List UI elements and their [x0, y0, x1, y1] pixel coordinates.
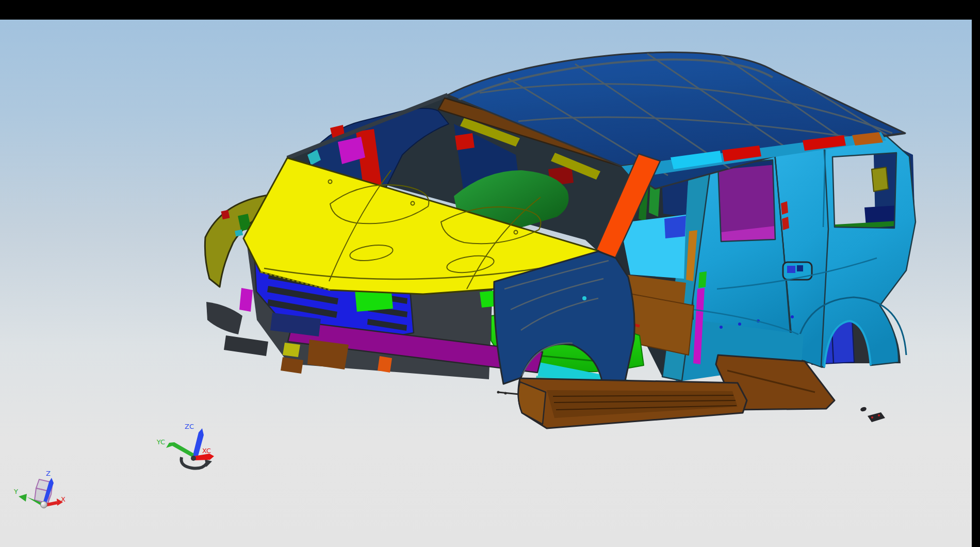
debris-bar[interactable] [868, 412, 885, 422]
air-dam-dark[interactable] [224, 335, 268, 356]
debris-oval[interactable] [860, 406, 867, 412]
front-brown-chunk[interactable] [307, 340, 349, 369]
right-black-bar [972, 0, 980, 547]
cowl-red-box[interactable] [455, 133, 475, 150]
datum-csys[interactable]: Z Y X [13, 470, 66, 508]
suv-body-model[interactable] [205, 52, 916, 428]
wcs-y-label: YC [156, 438, 165, 446]
cad-application-window: ZC YC XC Z Y X [0, 0, 980, 547]
door-cavity-blue-patch[interactable] [664, 216, 686, 238]
front-orange-sliver2[interactable] [378, 356, 392, 373]
datum-y-arrowhead [19, 494, 27, 502]
spot-weld-dot [720, 326, 723, 329]
front-olive-chip[interactable] [283, 343, 300, 357]
debris-red-dot [878, 414, 880, 416]
b-pillar-green-chip[interactable] [698, 271, 707, 288]
debris-red-dot [871, 416, 873, 419]
quarter-window-olive-bracket[interactable] [872, 167, 888, 191]
spot-weld-dot [791, 315, 794, 318]
spot-weld-dot [738, 323, 741, 326]
wcs-x-label: XC [202, 447, 211, 455]
top-black-bar [0, 0, 980, 20]
front-magenta-chip[interactable] [239, 288, 253, 312]
jack-rod-knob [504, 392, 507, 395]
jack-rod-knob [497, 391, 500, 394]
door-handle-chip-blue [787, 266, 795, 273]
datum-z-label: Z [46, 470, 51, 477]
wcs-y-axis-arrow[interactable] [166, 442, 194, 457]
door-handle-chip-navy [797, 265, 803, 271]
wheel-liner-dark-left[interactable] [206, 302, 242, 334]
fender-cyan-dot [582, 296, 586, 300]
wcs-triad[interactable]: ZC YC XC [156, 423, 214, 469]
datum-x-label: X [61, 495, 66, 503]
wcs-z-label: ZC [185, 423, 194, 430]
datum-origin-ball[interactable] [41, 502, 47, 508]
datum-y-label: Y [13, 488, 18, 495]
wcs-origin-knob[interactable] [191, 456, 196, 461]
cad-scene[interactable]: ZC YC XC Z Y X [0, 0, 980, 547]
jack-rod[interactable] [498, 392, 519, 394]
